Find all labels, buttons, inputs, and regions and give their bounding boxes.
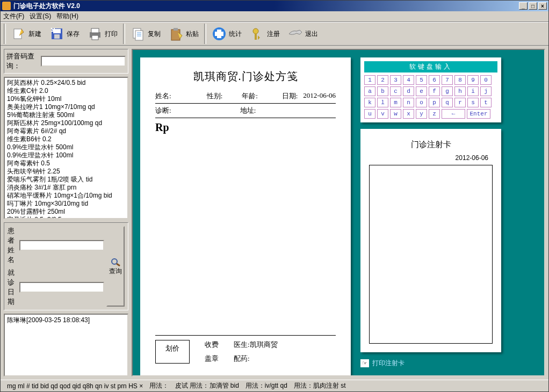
key-m[interactable]: m bbox=[390, 98, 401, 107]
menu-bar: 文件(F) 设置(S) 帮助(H) bbox=[1, 11, 548, 22]
drug-item[interactable]: 消炎痛栓 3#/1# 塞肛 prn bbox=[7, 184, 125, 192]
drug-item[interactable]: 头孢呋辛钠针 2.25 bbox=[7, 168, 125, 176]
key-f[interactable]: f bbox=[429, 86, 440, 96]
key-7[interactable]: 7 bbox=[442, 75, 453, 85]
key-5[interactable]: 5 bbox=[416, 75, 427, 85]
new-button[interactable]: 新建 bbox=[8, 24, 45, 44]
drug-item[interactable]: 安乃近片 0.5×3/0.5 prn bbox=[7, 216, 125, 219]
copy-button[interactable]: 复制 bbox=[127, 24, 164, 44]
key-o[interactable]: o bbox=[416, 98, 427, 107]
key-s[interactable]: s bbox=[467, 98, 479, 107]
drug-item[interactable]: 奥美拉唑片1 10mg×7/10mg qd bbox=[7, 103, 125, 111]
key-h[interactable]: h bbox=[454, 86, 466, 96]
key-←[interactable]: ← bbox=[442, 109, 465, 119]
drug-item[interactable]: 阿奇霉素针 0.5 bbox=[7, 159, 125, 168]
stats-button[interactable]: 统计 bbox=[208, 24, 245, 44]
rx-diag-label: 诊断: bbox=[155, 106, 171, 115]
drug-item[interactable]: 10%氯化钾针 10ml bbox=[7, 95, 125, 103]
query-results[interactable]: 陈琳琳[2009-03-25 18:08:43] bbox=[4, 314, 128, 376]
price-box: 划价 bbox=[155, 340, 190, 364]
minimize-button[interactable]: _ bbox=[519, 2, 528, 10]
key-6[interactable]: 6 bbox=[429, 75, 440, 85]
key-Enter[interactable]: Enter bbox=[467, 109, 490, 119]
title-bar: 门诊电子处方软件 V2.0 _ □ × bbox=[1, 1, 548, 11]
key-u[interactable]: u bbox=[364, 109, 375, 119]
drug-item[interactable]: 吗丁啉片 10mg×30/10mg tid bbox=[7, 200, 125, 208]
rx-name-label: 姓名: bbox=[155, 91, 171, 101]
rx-date-value: 2012-06-06 bbox=[303, 91, 336, 101]
key-0[interactable]: 0 bbox=[480, 75, 492, 85]
svg-line-20 bbox=[117, 264, 120, 266]
svg-rect-5 bbox=[91, 28, 99, 33]
key-n[interactable]: n bbox=[403, 98, 414, 107]
rx-addr-label: 地址: bbox=[240, 106, 256, 115]
menu-help[interactable]: 帮助(H) bbox=[56, 12, 78, 21]
key-c[interactable]: c bbox=[390, 86, 401, 96]
drug-item[interactable]: 5%葡萄糖注射液 500ml bbox=[7, 111, 125, 119]
svg-point-17 bbox=[253, 28, 258, 34]
key-b[interactable]: b bbox=[377, 86, 388, 96]
svg-rect-13 bbox=[174, 28, 178, 31]
print-button[interactable]: 打印 bbox=[84, 24, 121, 44]
register-button[interactable]: 注册 bbox=[246, 24, 284, 44]
print-card-link[interactable]: ☞ 打印注射卡 bbox=[360, 359, 501, 368]
key-p[interactable]: p bbox=[429, 98, 440, 107]
key-k[interactable]: k bbox=[364, 98, 375, 107]
key-r[interactable]: r bbox=[454, 98, 466, 107]
drug-item[interactable]: 阿莫西林片 0.25×24/0.5 bid bbox=[7, 79, 125, 87]
save-button[interactable]: 保存 bbox=[46, 24, 83, 44]
drug-item[interactable]: 0.9%生理盐水针 500ml bbox=[7, 143, 125, 151]
menu-settings[interactable]: 设置(S) bbox=[30, 12, 51, 21]
key-1[interactable]: 1 bbox=[364, 75, 375, 85]
key-v[interactable]: v bbox=[377, 109, 388, 119]
drug-item[interactable]: 维生素B6针 0.2 bbox=[7, 135, 125, 143]
key-3[interactable]: 3 bbox=[390, 75, 401, 85]
svg-point-19 bbox=[112, 259, 117, 264]
key-x[interactable]: x bbox=[403, 109, 414, 119]
svg-rect-3 bbox=[54, 34, 60, 39]
drug-list[interactable]: 阿莫西林片 0.25×24/0.5 bid维生素C针 2.010%氯化钾针 10… bbox=[4, 77, 128, 219]
key-t[interactable]: t bbox=[480, 98, 492, 107]
key-a[interactable]: a bbox=[364, 86, 375, 96]
drug-item[interactable]: 20%甘露醇针 250ml bbox=[7, 208, 125, 216]
key-9[interactable]: 9 bbox=[467, 75, 479, 85]
key-q[interactable]: q bbox=[442, 98, 453, 107]
charge-label: 收费 bbox=[205, 340, 219, 350]
drug-item[interactable]: 硝苯地平缓释片 10mg×1合/10mg bid bbox=[7, 192, 125, 200]
key-g[interactable]: g bbox=[442, 86, 453, 96]
drug-item[interactable]: 阿奇霉素片 6#/2# qd bbox=[7, 127, 125, 135]
paste-button[interactable]: 粘贴 bbox=[165, 24, 203, 44]
key-j[interactable]: j bbox=[480, 86, 492, 96]
result-item[interactable]: 陈琳琳[2009-03-25 18:08:43] bbox=[7, 316, 125, 325]
drug-item[interactable]: 爱喘乐气雾剂 1瓶/2喷 吸入 tid bbox=[7, 176, 125, 184]
key-8[interactable]: 8 bbox=[454, 75, 466, 85]
injection-box[interactable] bbox=[369, 165, 493, 344]
keyboard-title: 软键盘输入 bbox=[364, 61, 497, 72]
injection-title: 门诊注射卡 bbox=[369, 140, 493, 150]
drug-item[interactable]: 0.9%生理盐水针 100ml bbox=[7, 151, 125, 159]
key-i[interactable]: i bbox=[467, 86, 479, 96]
doctor-value: 凯琪商贸 bbox=[250, 340, 278, 349]
key-w[interactable]: w bbox=[390, 109, 401, 119]
drug-item[interactable]: 维生素C针 2.0 bbox=[7, 87, 125, 95]
query-button[interactable]: 查询 bbox=[106, 226, 125, 307]
key-2[interactable]: 2 bbox=[377, 75, 388, 85]
key-4[interactable]: 4 bbox=[403, 75, 414, 85]
key-l[interactable]: l bbox=[377, 98, 388, 107]
close-button[interactable]: × bbox=[538, 2, 547, 10]
drug-item[interactable]: 阿斯匹林片 25mg×100/100mg qd bbox=[7, 119, 125, 127]
key-d[interactable]: d bbox=[403, 86, 414, 96]
key-y[interactable]: y bbox=[416, 109, 427, 119]
menu-file[interactable]: 文件(F) bbox=[3, 12, 24, 21]
key-z[interactable]: z bbox=[429, 109, 440, 119]
key-e[interactable]: e bbox=[416, 86, 427, 96]
visit-date-input[interactable] bbox=[19, 282, 104, 293]
maximize-button[interactable]: □ bbox=[529, 2, 537, 10]
status-units[interactable]: mg ml # tid bid qd qod qid q8h qn iv st … bbox=[5, 382, 145, 390]
patient-name-input[interactable] bbox=[19, 240, 104, 251]
search-input[interactable] bbox=[41, 56, 126, 67]
exit-button[interactable]: 退出 bbox=[284, 24, 322, 44]
injection-card: 门诊注射卡 2012-06-06 bbox=[360, 129, 501, 352]
rx-body[interactable] bbox=[155, 134, 336, 335]
dispense-label: 配药: bbox=[234, 354, 250, 364]
